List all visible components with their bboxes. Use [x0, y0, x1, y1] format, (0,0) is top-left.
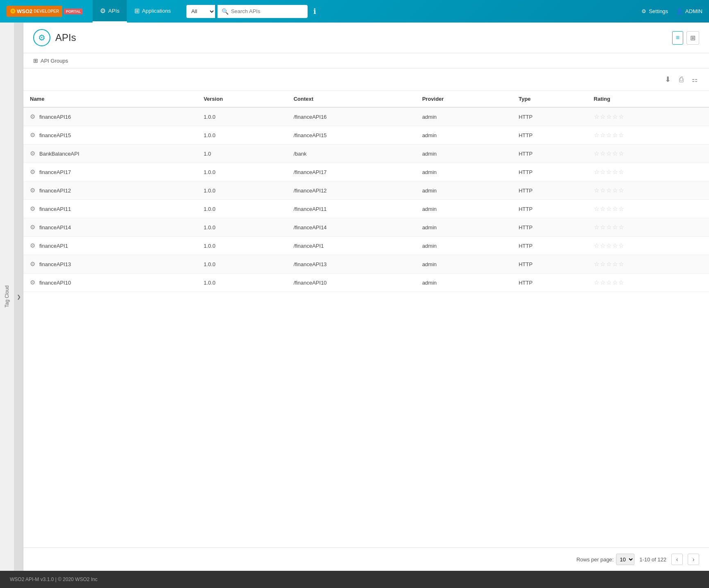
cell-rating: ☆☆☆☆☆ — [587, 200, 709, 218]
list-view-button[interactable]: ≡ — [672, 31, 683, 45]
api-name: financeAPI10 — [39, 280, 71, 286]
cell-name: ⚙ financeAPI13 — [23, 255, 197, 274]
rating-stars[interactable]: ☆☆☆☆☆ — [594, 279, 625, 286]
api-table-container: Name Version Context Provider Type Ratin… — [23, 91, 709, 547]
content-area: ⚙ APIs ≡ ⊞ ⊞ API Groups ⬇ ⎙ ⚏ — [23, 23, 709, 571]
settings-nav-item[interactable]: ⚙ Settings — [641, 8, 668, 14]
rows-per-page-select[interactable]: 5 10 25 50 — [616, 554, 634, 565]
api-name: financeAPI11 — [39, 206, 71, 212]
cell-type: HTTP — [512, 163, 587, 181]
cell-context: /financeAPI17 — [287, 163, 416, 181]
cell-type: HTTP — [512, 255, 587, 274]
next-page-button[interactable]: › — [688, 554, 699, 565]
rating-stars[interactable]: ☆☆☆☆☆ — [594, 205, 625, 212]
api-gear-icon: ⚙ — [30, 131, 35, 139]
rating-stars[interactable]: ☆☆☆☆☆ — [594, 187, 625, 194]
api-name: financeAPI1 — [39, 243, 68, 249]
table-row[interactable]: ⚙ financeAPI14 1.0.0 /financeAPI14 admin… — [23, 218, 709, 237]
cell-type: HTTP — [512, 107, 587, 126]
table-row[interactable]: ⚙ financeAPI12 1.0.0 /financeAPI12 admin… — [23, 181, 709, 200]
cell-version: 1.0.0 — [197, 274, 287, 292]
cell-rating: ☆☆☆☆☆ — [587, 237, 709, 255]
nav-tab-apis[interactable]: ⚙ APIs — [93, 0, 127, 23]
logo-area: ⚙ WSO2 DEVELOPER PORTAL — [7, 6, 83, 17]
prev-page-button[interactable]: ‹ — [671, 554, 683, 565]
print-icon[interactable]: ⎙ — [677, 74, 685, 86]
apis-gear-icon: ⚙ — [100, 7, 106, 15]
cell-rating: ☆☆☆☆☆ — [587, 163, 709, 181]
cell-version: 1.0.0 — [197, 107, 287, 126]
col-header-version: Version — [197, 91, 287, 107]
page-header: ⚙ APIs ≡ ⊞ — [23, 23, 709, 53]
wso2-logo: ⚙ WSO2 DEVELOPER — [7, 6, 62, 17]
api-gear-icon: ⚙ — [30, 205, 35, 213]
cell-type: HTTP — [512, 274, 587, 292]
rows-per-page: Rows per page: 5 10 25 50 — [576, 554, 634, 565]
breadcrumb-label[interactable]: API Groups — [41, 58, 68, 64]
rating-stars[interactable]: ☆☆☆☆☆ — [594, 242, 625, 249]
filter-select[interactable]: All HTTP WS Other — [186, 5, 215, 18]
cell-rating: ☆☆☆☆☆ — [587, 145, 709, 163]
cell-version: 1.0 — [197, 145, 287, 163]
rating-stars[interactable]: ☆☆☆☆☆ — [594, 260, 625, 267]
rating-stars[interactable]: ☆☆☆☆☆ — [594, 113, 625, 120]
rating-stars[interactable]: ☆☆☆☆☆ — [594, 224, 625, 231]
cell-version: 1.0.0 — [197, 200, 287, 218]
sidebar-toggle[interactable]: ❯ — [14, 23, 23, 571]
table-row[interactable]: ⚙ financeAPI10 1.0.0 /financeAPI10 admin… — [23, 274, 709, 292]
api-gear-icon: ⚙ — [30, 113, 35, 120]
col-header-context: Context — [287, 91, 416, 107]
search-icon: 🔍 — [222, 8, 229, 15]
table-row[interactable]: ⚙ financeAPI17 1.0.0 /financeAPI17 admin… — [23, 163, 709, 181]
col-header-type: Type — [512, 91, 587, 107]
table-row[interactable]: ⚙ financeAPI11 1.0.0 /financeAPI11 admin… — [23, 200, 709, 218]
admin-nav-item[interactable]: 👤 ADMIN — [676, 8, 702, 14]
api-name: financeAPI17 — [39, 169, 71, 175]
toggle-arrow-icon: ❯ — [17, 294, 21, 300]
table-toolbar: ⬇ ⎙ ⚏ — [23, 68, 709, 91]
api-name: financeAPI15 — [39, 132, 71, 138]
nav-tab-applications[interactable]: ⊞ Applications — [127, 0, 178, 23]
tag-cloud-sidebar: Tag Cloud — [0, 23, 14, 571]
cell-version: 1.0.0 — [197, 163, 287, 181]
top-navigation: ⚙ WSO2 DEVELOPER PORTAL ⚙ APIs ⊞ Applica… — [0, 0, 709, 23]
cell-name: ⚙ financeAPI1 — [23, 237, 197, 255]
table-row[interactable]: ⚙ financeAPI1 1.0.0 /financeAPI1 admin H… — [23, 237, 709, 255]
table-row[interactable]: ⚙ financeAPI13 1.0.0 /financeAPI13 admin… — [23, 255, 709, 274]
cell-type: HTTP — [512, 200, 587, 218]
applications-icon: ⊞ — [134, 7, 140, 15]
rating-stars[interactable]: ☆☆☆☆☆ — [594, 131, 625, 138]
cell-context: /financeAPI15 — [287, 126, 416, 145]
cell-provider: admin — [416, 255, 512, 274]
info-icon[interactable]: ℹ — [313, 7, 316, 16]
rating-stars[interactable]: ☆☆☆☆☆ — [594, 168, 625, 175]
tag-cloud-label[interactable]: Tag Cloud — [4, 282, 10, 311]
cell-type: HTTP — [512, 126, 587, 145]
search-input[interactable] — [231, 8, 304, 14]
api-name: financeAPI14 — [39, 224, 71, 231]
columns-icon[interactable]: ⚏ — [690, 74, 699, 85]
cell-name: ⚙ financeAPI17 — [23, 163, 197, 181]
api-gear-icon: ⚙ — [30, 279, 35, 286]
table-row[interactable]: ⚙ financeAPI15 1.0.0 /financeAPI15 admin… — [23, 126, 709, 145]
rating-stars[interactable]: ☆☆☆☆☆ — [594, 150, 625, 157]
col-header-name: Name — [23, 91, 197, 107]
grid-view-button[interactable]: ⊞ — [686, 31, 699, 45]
api-gear-icon: ⚙ — [30, 150, 35, 157]
cell-type: HTTP — [512, 145, 587, 163]
cell-provider: admin — [416, 200, 512, 218]
search-box: 🔍 — [217, 5, 308, 18]
rows-per-page-label: Rows per page: — [576, 556, 614, 563]
cell-context: /financeAPI11 — [287, 200, 416, 218]
table-row[interactable]: ⚙ BankBalanceAPI 1.0 /bank admin HTTP ☆☆… — [23, 145, 709, 163]
download-icon[interactable]: ⬇ — [663, 73, 673, 86]
main-layout: Tag Cloud ❯ ⚙ APIs ≡ ⊞ ⊞ API Groups — [0, 23, 709, 571]
cell-name: ⚙ financeAPI11 — [23, 200, 197, 218]
cell-type: HTTP — [512, 237, 587, 255]
nav-tabs: ⚙ APIs ⊞ Applications — [93, 0, 178, 23]
api-gear-icon: ⚙ — [30, 168, 35, 176]
settings-icon: ⚙ — [641, 8, 646, 14]
cell-provider: admin — [416, 145, 512, 163]
table-row[interactable]: ⚙ financeAPI16 1.0.0 /financeAPI16 admin… — [23, 107, 709, 126]
col-header-rating: Rating — [587, 91, 709, 107]
